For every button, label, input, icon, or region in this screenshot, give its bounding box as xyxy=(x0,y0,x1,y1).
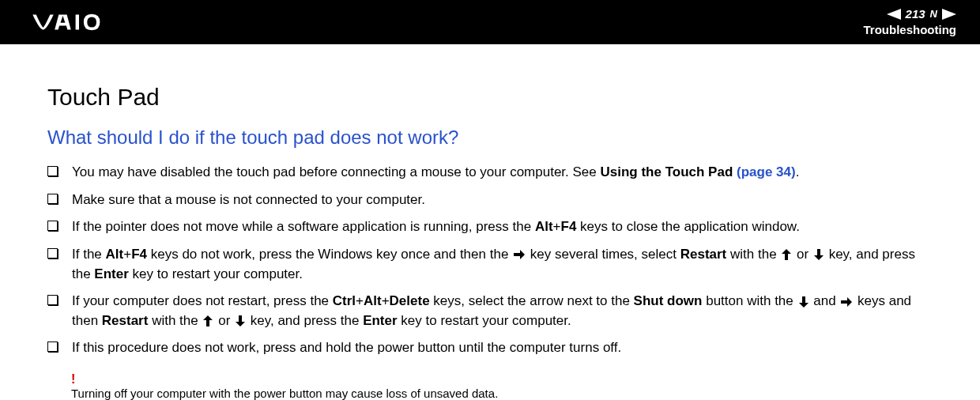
header-right: 213 N Troubleshooting xyxy=(864,7,957,37)
key-name: F4 xyxy=(561,219,577,234)
key-name: Enter xyxy=(363,313,397,328)
list-item: If the pointer does not move while a sof… xyxy=(47,217,933,237)
text: You may have disabled the touch pad befo… xyxy=(72,164,600,179)
page-nav: 213 N xyxy=(864,7,957,21)
section-label: Troubleshooting xyxy=(864,23,957,37)
text: and xyxy=(810,293,840,308)
text: keys do not work, press the Windows key … xyxy=(147,247,512,262)
key-name: Restart xyxy=(102,313,149,328)
text: with the xyxy=(148,313,202,328)
text: key, and press the xyxy=(247,313,363,328)
arrow-up-icon xyxy=(203,315,213,326)
key-name: Enter xyxy=(94,266,128,281)
page-ref-link[interactable]: (page 34) xyxy=(733,164,795,179)
text: + xyxy=(123,247,131,262)
arrow-down-icon xyxy=(814,249,824,260)
key-name: Shut down xyxy=(634,293,703,308)
list-text: If the Alt+F4 keys do not work, press th… xyxy=(72,245,933,284)
warning-text: Turning off your computer with the power… xyxy=(71,387,933,400)
ref-title: Using the Touch Pad xyxy=(600,164,733,179)
bullet-icon xyxy=(47,166,58,176)
text: or xyxy=(793,247,812,262)
list-item: If the Alt+F4 keys do not work, press th… xyxy=(47,245,933,284)
key-name: Delete xyxy=(390,293,430,308)
key-name: Ctrl xyxy=(333,293,356,308)
troubleshoot-list: You may have disabled the touch pad befo… xyxy=(47,163,933,358)
warning-block: ! Turning off your computer with the pow… xyxy=(71,372,933,400)
bullet-icon xyxy=(47,194,58,204)
nav-prev-icon[interactable] xyxy=(887,9,901,20)
arrow-up-icon xyxy=(782,249,791,260)
text: keys to close the application window. xyxy=(576,219,800,234)
key-name: Alt xyxy=(535,219,553,234)
key-name: Restart xyxy=(680,247,727,262)
bullet-icon xyxy=(47,342,58,352)
bullet-icon xyxy=(47,295,58,305)
page-content: Touch Pad What should I do if the touch … xyxy=(0,44,980,400)
text: + xyxy=(553,219,561,234)
text: . xyxy=(796,164,800,179)
text: + xyxy=(382,293,390,308)
nav-next-icon[interactable] xyxy=(942,9,956,20)
page-number: 213 xyxy=(906,7,925,21)
text: keys, select the arrow next to the xyxy=(430,293,634,308)
list-item: You may have disabled the touch pad befo… xyxy=(47,163,933,183)
nav-letter: N xyxy=(930,8,937,21)
list-text: Make sure that a mouse is not connected … xyxy=(72,191,933,210)
text: If the xyxy=(72,247,106,262)
arrow-right-icon xyxy=(841,297,852,307)
text: If the pointer does not move while a sof… xyxy=(72,219,535,234)
text: + xyxy=(356,293,364,308)
arrow-down-icon xyxy=(799,296,808,308)
list-text: If the pointer does not move while a sof… xyxy=(72,217,933,237)
bullet-icon xyxy=(47,221,58,231)
list-text: If this procedure does not work, press a… xyxy=(72,338,933,358)
text: key to restart your computer. xyxy=(129,266,303,281)
text: key to restart your computer. xyxy=(398,313,571,328)
list-item: If this procedure does not work, press a… xyxy=(47,338,933,358)
text: button with the xyxy=(702,293,797,308)
list-text: If your computer does not restart, press… xyxy=(72,292,933,330)
bullet-icon xyxy=(47,248,58,258)
text: key several times, select xyxy=(526,247,680,262)
arrow-down-icon xyxy=(236,315,245,326)
key-name: F4 xyxy=(131,247,147,262)
text: with the xyxy=(726,247,780,262)
list-text: You may have disabled the touch pad befo… xyxy=(72,163,933,183)
svg-rect-0 xyxy=(76,14,79,29)
list-item: Make sure that a mouse is not connected … xyxy=(47,191,933,210)
arrow-right-icon xyxy=(514,250,525,259)
warning-icon: ! xyxy=(71,372,933,387)
text: or xyxy=(214,313,234,328)
key-name: Alt xyxy=(364,293,382,308)
vaio-logo xyxy=(24,0,134,44)
page-title: Touch Pad xyxy=(47,84,933,111)
question-heading: What should I do if the touch pad does n… xyxy=(47,126,933,149)
list-item: If your computer does not restart, press… xyxy=(47,292,933,330)
text: If your computer does not restart, press… xyxy=(72,293,333,308)
page-header: 213 N Troubleshooting xyxy=(0,0,980,44)
key-name: Alt xyxy=(106,247,124,262)
